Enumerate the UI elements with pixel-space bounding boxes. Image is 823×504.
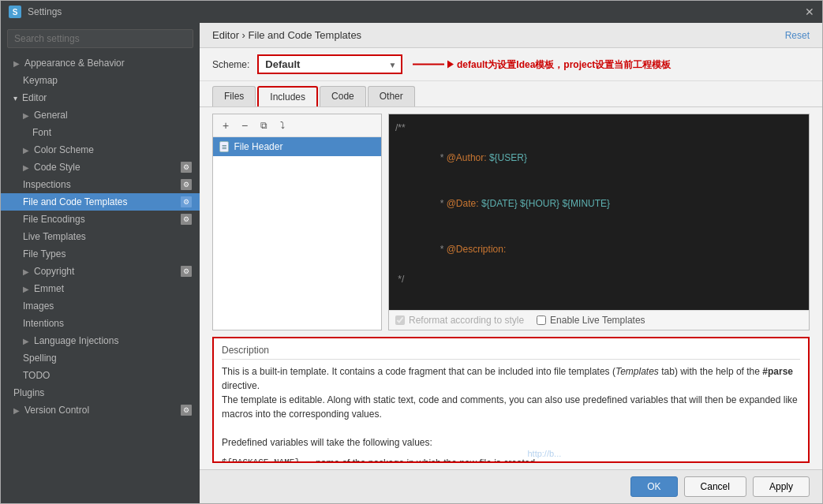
- file-item-fileheader[interactable]: ≡ File Header: [213, 137, 381, 156]
- sidebar-label: Intentions: [23, 318, 64, 329]
- tabs-row: Files Includes Code Other: [200, 81, 822, 107]
- sidebar-label: Code Style: [34, 162, 80, 173]
- title-bar-left: S Settings: [9, 6, 62, 18]
- sidebar-item-colorscheme[interactable]: ▶ Color Scheme: [1, 141, 200, 159]
- sidebar-item-fileandcode[interactable]: File and Code Templates ⚙: [1, 193, 200, 211]
- reset-button[interactable]: Reset: [785, 30, 810, 41]
- sidebar-label: TODO: [23, 370, 50, 381]
- livetemplates-checkbox-label[interactable]: Enable Live Templates: [537, 315, 645, 326]
- minus-icon: −: [241, 119, 248, 132]
- scheme-select-wrapper[interactable]: Default Project ▼: [257, 54, 402, 74]
- desc-text2: tab) with the help of the: [659, 366, 762, 377]
- expand-icon: ▾: [13, 94, 17, 103]
- description-title: Description: [222, 345, 800, 360]
- sidebar-label: Images: [23, 301, 54, 312]
- desc-text4: The template is editable. Along with sta…: [222, 394, 798, 420]
- code-var-2: ${USER}: [489, 152, 527, 163]
- sidebar-item-inspections[interactable]: Inspections ⚙: [1, 176, 200, 193]
- sidebar-label: File and Code Templates: [23, 196, 128, 207]
- settings-icon: ⚙: [181, 162, 192, 173]
- sidebar-item-languageinjections[interactable]: ▶ Language Injections: [1, 332, 200, 349]
- main-header: Editor › File and Code Templates Reset: [200, 23, 822, 48]
- tab-other-label: Other: [380, 91, 403, 102]
- tab-other[interactable]: Other: [368, 86, 415, 106]
- code-annotation-3: @Date:: [447, 198, 479, 209]
- settings-icon: ⚙: [181, 214, 192, 225]
- settings-icon: ⚙: [181, 405, 192, 416]
- cancel-button[interactable]: Cancel: [684, 476, 746, 497]
- reformat-checkbox-label[interactable]: Reformat according to style: [395, 315, 524, 326]
- sidebar-item-livetemplates[interactable]: Live Templates: [1, 228, 200, 245]
- settings-icon: ⚙: [181, 179, 192, 190]
- arrow-line: [413, 64, 444, 65]
- code-comment-4: *: [437, 244, 446, 255]
- tab-includes[interactable]: Includes: [257, 86, 318, 106]
- code-line-5: */: [395, 272, 802, 287]
- sidebar-label: Version Control: [24, 405, 89, 416]
- tab-files[interactable]: Files: [212, 86, 256, 106]
- remove-button[interactable]: −: [237, 118, 253, 133]
- expand-icon: ▶: [23, 337, 29, 345]
- sidebar-item-images[interactable]: Images: [1, 297, 200, 315]
- tab-code[interactable]: Code: [320, 86, 366, 106]
- sidebar-item-intentions[interactable]: Intentions: [1, 315, 200, 332]
- sidebar-label: File Encodings: [23, 214, 85, 225]
- desc-text5: Predefined variables will take the follo…: [222, 437, 432, 448]
- ok-button[interactable]: OK: [630, 476, 677, 497]
- copy-button[interactable]: ⧉: [256, 118, 271, 133]
- desc-text-italic: Templates: [615, 366, 659, 377]
- desc-var-desc: name of the package in which the new fil…: [316, 456, 535, 463]
- scheme-annotation: default为设置Idea模板，project设置当前工程模板: [413, 58, 671, 71]
- sidebar-label: Editor: [22, 92, 47, 103]
- sidebar-label: Copyright: [34, 266, 74, 277]
- file-list-panel: + − ⧉ ⤵: [212, 114, 382, 330]
- file-icon: ≡: [219, 141, 229, 152]
- expand-icon: ▶: [23, 146, 29, 155]
- title-bar: S Settings ✕: [1, 1, 822, 23]
- close-button[interactable]: ✕: [805, 6, 814, 18]
- sidebar-item-filetypes[interactable]: File Types: [1, 245, 200, 263]
- expand-icon: ▶: [13, 59, 20, 68]
- sidebar-label: Font: [32, 127, 51, 138]
- reformat-checkbox[interactable]: [395, 315, 405, 325]
- tab-code-label: Code: [331, 91, 354, 102]
- reformat-label: Reformat according to style: [409, 315, 524, 326]
- sidebar-item-plugins[interactable]: Plugins: [1, 384, 200, 401]
- scheme-select[interactable]: Default Project: [259, 56, 401, 73]
- move-button[interactable]: ⤵: [275, 118, 290, 133]
- sidebar-item-keymap[interactable]: Keymap: [1, 72, 200, 89]
- move-icon: ⤵: [280, 120, 285, 131]
- search-input[interactable]: [7, 29, 193, 48]
- settings-window: S Settings ✕ ▶ Appearance & Behavior Key…: [0, 0, 823, 504]
- code-panel: /** * @Author: ${USER} * @Date: ${DATE} …: [388, 114, 810, 330]
- sidebar-label: Inspections: [23, 179, 71, 190]
- sidebar-item-general[interactable]: ▶ General: [1, 106, 200, 124]
- livetemplates-label: Enable Live Templates: [550, 315, 645, 326]
- sidebar-item-versioncontrol[interactable]: ▶ Version Control ⚙: [1, 401, 200, 419]
- description-container: 可选变量的描述 Description This is a built-in t…: [212, 337, 810, 463]
- sidebar-item-codestyle[interactable]: ▶ Code Style ⚙: [1, 159, 200, 176]
- sidebar-item-fileencodings[interactable]: File Encodings ⚙: [1, 211, 200, 228]
- sidebar-item-emmet[interactable]: ▶ Emmet: [1, 280, 200, 297]
- code-editor[interactable]: /** * @Author: ${USER} * @Date: ${DATE} …: [389, 114, 809, 310]
- desc-var-name: ${PACKAGE_NAME}: [222, 456, 300, 463]
- livetemplates-checkbox[interactable]: [537, 315, 546, 325]
- add-button[interactable]: +: [218, 118, 234, 133]
- settings-icon: ⚙: [181, 196, 192, 207]
- sidebar-label: Appearance & Behavior: [24, 58, 125, 69]
- sidebar-item-font[interactable]: Font: [1, 124, 200, 141]
- tab-files-label: Files: [224, 91, 244, 102]
- apply-button[interactable]: Apply: [753, 476, 810, 497]
- search-box: [1, 23, 200, 54]
- main-panel: Editor › File and Code Templates Reset S…: [200, 23, 822, 503]
- code-line-3: * @Date: ${DATE} ${HOUR} ${MINUTE}: [395, 181, 802, 227]
- sidebar-item-editor[interactable]: ▾ Editor: [1, 89, 200, 106]
- sidebar-item-appearance[interactable]: ▶ Appearance & Behavior: [1, 54, 200, 72]
- sidebar-item-copyright[interactable]: ▶ Copyright ⚙: [1, 263, 200, 280]
- sidebar-label: File Types: [23, 248, 65, 259]
- code-line-4: * @Description:: [395, 226, 802, 272]
- file-item-label: File Header: [234, 141, 282, 152]
- sidebar-item-spelling[interactable]: Spelling: [1, 349, 200, 367]
- code-line-1: /**: [395, 121, 802, 136]
- sidebar-item-todo[interactable]: TODO: [1, 367, 200, 384]
